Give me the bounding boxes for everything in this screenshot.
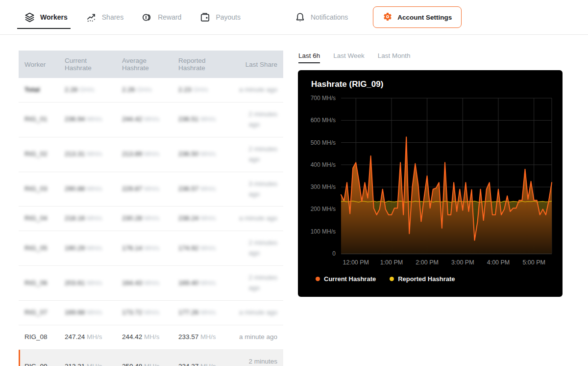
reported-hashrate-value: 177.26 MH/s — [178, 308, 236, 318]
table-row-rig_03[interactable]: RIG_03 290.88 MH/s 229.87 MH/s 236.57 MH… — [19, 172, 283, 207]
chart-title: Hashrate (RIG_09) — [311, 79, 383, 89]
reported-hashrate-value: 174.92 MH/s — [178, 243, 236, 254]
reported-hashrate-value: 236.57 MH/s — [178, 184, 236, 194]
nav-label-shares: Shares — [102, 13, 123, 21]
svg-text:600 MH/s: 600 MH/s — [311, 117, 336, 124]
gear-icon — [383, 12, 392, 23]
worker-name: RIG_04 — [24, 213, 65, 224]
table-row-rig_07[interactable]: RIG_07 169.68 MH/s 173.72 MH/s 177.26 MH… — [19, 301, 283, 325]
average-hashrate-value: 173.72 MH/s — [122, 308, 178, 318]
worker-name: RIG_07 — [24, 308, 65, 318]
average-hashrate-value: 229.87 MH/s — [122, 184, 178, 194]
nav-item-notifications[interactable]: Notifications — [294, 0, 348, 34]
last-share-value: 2 minutes ago — [236, 109, 283, 130]
account-settings-label: Account Settings — [397, 14, 452, 21]
legend-dot-reported — [390, 277, 394, 281]
svg-text:5:00 PM: 5:00 PM — [522, 259, 545, 266]
current-hashrate-value: 190.29 MH/s — [65, 243, 122, 254]
chart-legend: Current Hashrate Reported Hashrate — [316, 275, 455, 283]
legend-item-reported-hashrate[interactable]: Reported Hashrate — [390, 275, 455, 283]
col-header-reported-hashrate: Reported Hashrate — [178, 57, 236, 72]
table-row-total[interactable]: Total 2.28 GH/s 2.26 GH/s 2.23 GH/s a mi… — [19, 78, 283, 103]
top-nav: Workers Shares — [0, 0, 588, 35]
current-hashrate-value: 236.94 MH/s — [65, 114, 122, 125]
last-share-value: 2 minutes ago — [236, 238, 283, 259]
table-row-rig_02[interactable]: RIG_02 213.31 MH/s 213.89 MH/s 236.50 MH… — [19, 137, 283, 172]
nav-item-reward[interactable]: Reward — [142, 0, 181, 34]
svg-text:1:00 PM: 1:00 PM — [380, 259, 403, 266]
current-hashrate-value: 169.68 MH/s — [65, 308, 122, 318]
hashrate-chart-panel: 700 MH/s600 MH/s500 MH/s400 MH/s300 MH/s… — [298, 70, 563, 297]
col-header-current-hashrate: Current Hashrate — [65, 57, 122, 72]
current-hashrate-value: 213.31 MH/s — [65, 149, 122, 159]
reported-hashrate-value: 236.50 MH/s — [178, 149, 236, 159]
table-body: Total 2.28 GH/s 2.26 GH/s 2.23 GH/s a mi… — [19, 78, 283, 366]
table-row-rig_06[interactable]: RIG_06 203.61 MH/s 164.43 MH/s 169.40 MH… — [19, 266, 283, 301]
average-hashrate-value: 244.42 MH/s — [122, 332, 178, 342]
nav-label-notifications: Notifications — [311, 13, 348, 21]
current-hashrate-value: 218.16 MH/s — [65, 213, 122, 224]
legend-dot-current — [316, 277, 320, 281]
account-settings-button[interactable]: Account Settings — [373, 6, 462, 28]
table-row-rig_08[interactable]: RIG_08 247.24 MH/s 244.42 MH/s 233.57 MH… — [19, 325, 283, 350]
reported-hashrate-value: 238.24 MH/s — [178, 213, 236, 224]
tab-last-week[interactable]: Last Week — [333, 52, 365, 63]
tab-last-month[interactable]: Last Month — [378, 52, 411, 63]
last-share-value: a minute ago — [236, 308, 283, 318]
nav-item-shares[interactable]: Shares — [86, 0, 123, 34]
last-share-value: a minute ago — [236, 85, 283, 95]
average-hashrate-value: 250.48 MH/s — [122, 362, 178, 366]
svg-text:200 MH/s: 200 MH/s — [311, 206, 336, 212]
reported-hashrate-value: 169.40 MH/s — [178, 278, 236, 288]
legend-item-current-hashrate[interactable]: Current Hashrate — [316, 275, 376, 283]
average-hashrate-value: 176.14 MH/s — [122, 243, 178, 254]
table-row-rig_04[interactable]: RIG_04 218.16 MH/s 230.28 MH/s 238.24 MH… — [19, 207, 283, 231]
col-header-last-share: Last Share — [236, 61, 283, 68]
table-row-rig_09[interactable]: RIG_09 213.31 MH/s 250.48 MH/s 234.37 MH… — [19, 350, 283, 366]
bell-icon — [294, 12, 306, 23]
svg-text:100 MH/s: 100 MH/s — [311, 228, 336, 235]
svg-text:4:00 PM: 4:00 PM — [487, 259, 510, 266]
current-hashrate-value: 203.61 MH/s — [65, 278, 122, 288]
worker-name: RIG_06 — [24, 278, 65, 288]
tab-last-6h[interactable]: Last 6h — [298, 52, 320, 63]
worker-name: RIG_01 — [24, 114, 65, 125]
nav-label-reward: Reward — [158, 13, 181, 21]
app-root: Workers Shares — [0, 0, 588, 366]
last-share-value: 2 minutes ago — [236, 273, 283, 293]
time-range-tabs: Last 6h Last Week Last Month — [298, 52, 411, 63]
workers-table: Worker Current Hashrate Average Hashrate… — [19, 51, 283, 366]
svg-text:0: 0 — [332, 250, 336, 257]
reported-hashrate-value: 236.51 MH/s — [178, 114, 236, 125]
reported-hashrate-value: 233.57 MH/s — [178, 332, 236, 342]
scatter-trend-icon — [86, 12, 97, 23]
worker-name: RIG_02 — [24, 149, 65, 159]
col-header-worker: Worker — [24, 61, 65, 68]
wallet-icon — [199, 12, 211, 23]
current-hashrate-value: 247.24 MH/s — [65, 332, 122, 342]
svg-text:300 MH/s: 300 MH/s — [311, 183, 336, 190]
nav-label-payouts: Payouts — [216, 13, 241, 21]
worker-name: RIG_03 — [24, 184, 65, 194]
svg-text:12:00 PM: 12:00 PM — [343, 259, 369, 266]
last-share-value: a minute ago — [236, 213, 283, 224]
last-share-value: 2 minutes ago — [236, 144, 283, 165]
nav-item-workers[interactable]: Workers — [24, 0, 68, 34]
svg-text:400 MH/s: 400 MH/s — [311, 161, 336, 168]
table-row-rig_05[interactable]: RIG_05 190.29 MH/s 176.14 MH/s 174.92 MH… — [19, 231, 283, 266]
svg-text:700 MH/s: 700 MH/s — [311, 95, 336, 102]
last-share-value: a minute ago — [236, 332, 283, 342]
average-hashrate-value: 230.28 MH/s — [122, 213, 178, 224]
svg-text:3:00 PM: 3:00 PM — [451, 259, 474, 266]
table-header: Worker Current Hashrate Average Hashrate… — [19, 51, 283, 78]
hashrate-chart: 700 MH/s600 MH/s500 MH/s400 MH/s300 MH/s… — [298, 70, 563, 297]
nav-item-payouts[interactable]: Payouts — [199, 0, 241, 34]
last-share-value: 3 minutes ago — [236, 179, 283, 200]
average-hashrate-value: 164.43 MH/s — [122, 278, 178, 288]
average-hashrate-value: 244.42 MH/s — [122, 114, 178, 125]
current-hashrate-value: 2.28 GH/s — [65, 85, 122, 95]
table-row-rig_01[interactable]: RIG_01 236.94 MH/s 244.42 MH/s 236.51 MH… — [19, 103, 283, 137]
reported-hashrate-value: 234.37 MH/s — [178, 362, 236, 366]
average-hashrate-value: 213.89 MH/s — [122, 149, 178, 159]
worker-name: RIG_08 — [24, 332, 65, 342]
